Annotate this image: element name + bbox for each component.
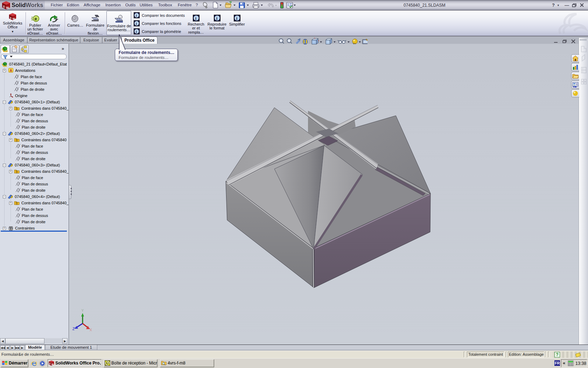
svg-text:W: W xyxy=(51,363,54,366)
svg-text:S: S xyxy=(49,362,50,365)
svg-text:Z: Z xyxy=(72,327,75,331)
svg-text:Y: Y xyxy=(82,309,84,313)
svg-text:A: A xyxy=(10,69,12,73)
svg-text:X: X xyxy=(90,328,92,332)
